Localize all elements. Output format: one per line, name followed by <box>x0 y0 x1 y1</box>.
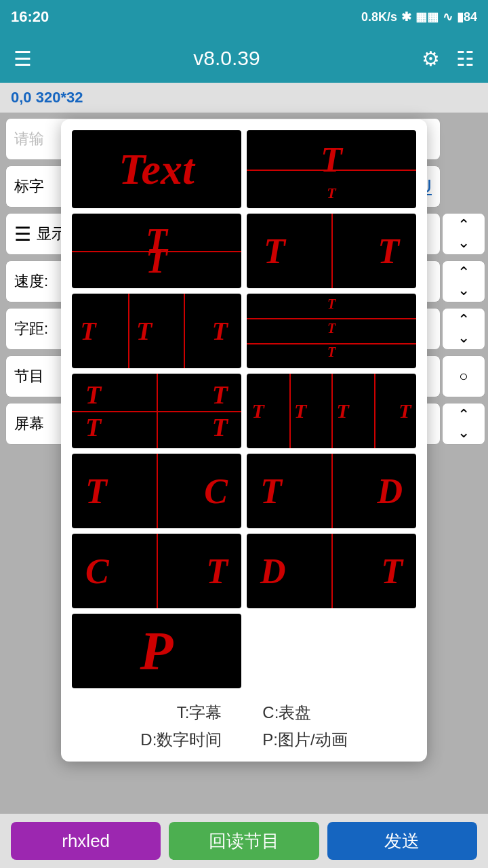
chevron-display[interactable]: ⌃⌄ <box>442 213 485 255</box>
legend-d: D:数字时间 <box>140 729 222 751</box>
legend-t: T:字幕 <box>177 702 222 724</box>
legend-c: C:表盘 <box>262 702 311 724</box>
cell-2t-cols[interactable]: T T <box>247 214 416 288</box>
bluetooth-icon: ✱ <box>401 9 411 24</box>
status-time: 16:20 <box>11 8 49 26</box>
cell-1t-top-big: T <box>247 140 416 180</box>
cell-text-label: Text <box>119 144 194 195</box>
vline-2 <box>184 294 185 368</box>
battery-icon: ▮84 <box>457 9 477 24</box>
cell-1t-bottom-small: T <box>247 184 416 202</box>
vline-1 <box>128 294 129 368</box>
signal-icon: ▦▦ <box>415 9 439 24</box>
cell-p-label: P <box>140 620 174 682</box>
coordinate-info: 0,0 320*32 <box>11 89 83 106</box>
bottom-bar: rhxled 回读节目 发送 <box>0 814 488 868</box>
right-chevrons: ⌃⌄ ⌃⌄ ⌃⌄ ○ ⌃⌄ <box>442 113 485 450</box>
main-area: 请输 标字 U ☰ 显示 速度: 字距: 节目 屏幕 ⌃⌄ ⌃⌄ ⌃⌄ ○ ⌃⌄ <box>0 113 488 814</box>
app-version: v8.0.39 <box>193 47 260 70</box>
vline-mid2 <box>157 374 158 448</box>
legend-row-2: D:数字时间 P:图片/动画 <box>140 729 347 751</box>
chevron-charspacing[interactable]: ⌃⌄ <box>442 308 485 350</box>
toolbar-icons: ⚙ ☷ <box>422 47 474 71</box>
btn-rhxled[interactable]: rhxled <box>11 822 161 860</box>
btn-send[interactable]: 发送 <box>327 822 477 860</box>
cell-text[interactable]: Text <box>72 130 241 208</box>
network-speed: 0.8K/s <box>361 10 397 24</box>
cell-tc[interactable]: T C <box>72 454 241 528</box>
grid-view-icon[interactable]: ☷ <box>456 47 474 71</box>
cell-3t-cols[interactable]: T T T <box>72 294 241 368</box>
btn-read-program[interactable]: 回读节目 <box>169 822 319 860</box>
cell-2t-rows[interactable]: T T <box>72 214 241 288</box>
legend-row-1: T:字幕 C:表盘 <box>177 702 312 724</box>
chevron-speed[interactable]: ⌃⌄ <box>442 260 485 302</box>
settings-icon[interactable]: ⚙ <box>422 47 440 71</box>
hline-1 <box>247 318 416 319</box>
status-right: 0.8K/s ✱ ▦▦ ∿ ▮84 <box>361 9 477 24</box>
app-toolbar: ☰ v8.0.39 ⚙ ☷ <box>0 34 488 83</box>
align-icon: ☰ <box>14 223 31 245</box>
menu-icon[interactable]: ☰ <box>14 47 32 71</box>
cell-left-t: T <box>264 214 285 288</box>
cell-4t-cols[interactable]: T T T T <box>247 374 416 448</box>
cell-right-t: T <box>378 214 399 288</box>
cell-4t-rows[interactable]: T T T T <box>72 374 241 448</box>
legend-p: P:图片/动画 <box>262 729 347 751</box>
cell-p[interactable]: P <box>72 614 241 688</box>
cell-ct[interactable]: C T <box>72 534 241 608</box>
cell-3t-rows[interactable]: T T T <box>247 294 416 368</box>
type-selection-popup: Text T T T T <box>61 119 427 762</box>
cell-dt[interactable]: D T <box>247 534 416 608</box>
info-bar: 0,0 320*32 <box>0 83 488 113</box>
legend: T:字幕 C:表盘 D:数字时间 P:图片/动画 <box>72 699 416 751</box>
toggle-program[interactable]: ○ <box>442 355 485 397</box>
cell-td[interactable]: T D <box>247 454 416 528</box>
cell-grid: Text T T T T <box>72 130 416 688</box>
status-bar: 16:20 0.8K/s ✱ ▦▦ ∿ ▮84 <box>0 0 488 34</box>
wifi-icon: ∿ <box>443 9 453 24</box>
vline-mid <box>331 214 333 288</box>
cell-1t-top[interactable]: T T <box>247 130 416 208</box>
chevron-screen[interactable]: ⌃⌄ <box>442 403 485 445</box>
cell-bottom-t: T <box>72 241 241 281</box>
